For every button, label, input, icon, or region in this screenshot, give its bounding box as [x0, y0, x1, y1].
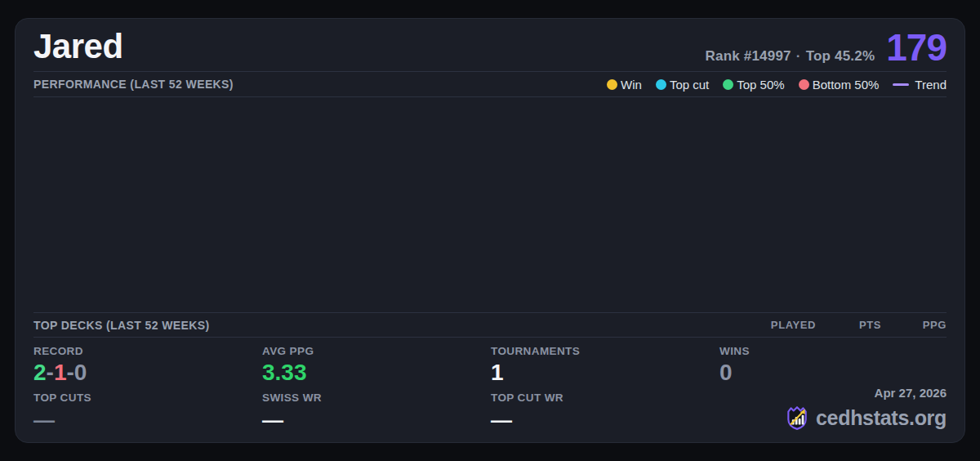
top-cut-wr-value: — — [491, 412, 719, 429]
top-cuts-label: TOP CUTS — [33, 392, 262, 404]
wins-value: 0 — [719, 361, 947, 384]
avg-ppg-value: 3.33 — [262, 361, 491, 384]
cedhstats-logo-icon — [785, 405, 809, 431]
legend-item-bottom-50: Bottom 50% — [799, 78, 880, 92]
record-wins: 2 — [33, 360, 47, 385]
points-value: 179 — [886, 31, 947, 65]
record-value: 2-1-0 — [33, 361, 262, 384]
top-50-dot-icon — [723, 79, 733, 90]
wins-label: WINS — [719, 345, 947, 357]
tournaments-value: 1 — [491, 361, 719, 384]
stats-summary: RECORD 2-1-0 TOP CUTS — AVG PPG 3.33 SWI… — [33, 338, 947, 429]
legend-item-win: Win — [607, 78, 642, 92]
performance-title: PERFORMANCE (LAST 52 WEEKS) — [33, 78, 234, 91]
chart-legend: Win Top cut Top 50% Bottom 50% Trend — [607, 78, 947, 92]
player-stats-card: Jared Rank #14997·Top 45.2% 179 PERFORMA… — [15, 18, 965, 443]
rank-text: Rank #14997·Top 45.2% — [706, 48, 875, 65]
legend-item-top-cut: Top cut — [656, 78, 709, 92]
top-decks-title: TOP DECKS (LAST 52 WEEKS) — [33, 319, 210, 332]
stat-record: RECORD 2-1-0 TOP CUTS — — [33, 345, 262, 429]
tournaments-label: TOURNAMENTS — [491, 345, 719, 357]
performance-section-header: PERFORMANCE (LAST 52 WEEKS) Win Top cut … — [33, 72, 947, 97]
column-header-ppg: PPG — [881, 319, 947, 331]
record-draws: 0 — [74, 360, 87, 385]
record-separator: - — [66, 360, 74, 385]
avg-ppg-label: AVG PPG — [262, 345, 491, 357]
column-header-played: PLAYED — [742, 319, 816, 331]
legend-item-top-50: Top 50% — [723, 78, 784, 92]
top-percent: Top 45.2% — [806, 48, 875, 64]
stat-avg-ppg: AVG PPG 3.33 SWISS WR — — [262, 345, 491, 429]
bottom-50-dot-icon — [799, 79, 809, 90]
legend-label: Top 50% — [737, 78, 784, 92]
record-label: RECORD — [33, 345, 262, 357]
top-decks-section-header: TOP DECKS (LAST 52 WEEKS) PLAYED PTS PPG — [33, 312, 947, 338]
header-rank-group: Rank #14997·Top 45.2% 179 — [706, 31, 947, 65]
rank-number: Rank #14997 — [706, 48, 791, 64]
legend-item-trend: Trend — [893, 78, 947, 92]
rank-separator: · — [796, 48, 801, 64]
swiss-wr-label: SWISS WR — [262, 392, 491, 404]
legend-label: Trend — [915, 78, 947, 92]
record-separator: - — [47, 360, 54, 385]
performance-chart — [33, 97, 947, 312]
card-header: Jared Rank #14997·Top 45.2% 179 — [33, 29, 947, 72]
legend-label: Top cut — [670, 78, 709, 92]
brand-text: cedhstats.org — [816, 406, 947, 430]
top-cut-dot-icon — [656, 79, 666, 90]
legend-label: Bottom 50% — [813, 78, 880, 92]
date-text: Apr 27, 2026 — [785, 386, 947, 400]
record-losses: 1 — [54, 360, 67, 385]
column-header-pts: PTS — [816, 319, 881, 331]
player-name: Jared — [33, 29, 123, 65]
top-decks-columns: PLAYED PTS PPG — [742, 319, 947, 331]
top-cuts-value: — — [33, 412, 262, 429]
brand-row: cedhstats.org — [785, 405, 947, 431]
swiss-wr-value: — — [262, 412, 491, 429]
legend-label: Win — [621, 78, 642, 92]
win-dot-icon — [607, 79, 617, 90]
stat-tournaments: TOURNAMENTS 1 TOP CUT WR — — [491, 345, 719, 429]
card-footer: Apr 27, 2026 cedhstats.org — [785, 386, 947, 431]
top-cut-wr-label: TOP CUT WR — [491, 392, 719, 404]
trend-line-icon — [893, 83, 909, 86]
